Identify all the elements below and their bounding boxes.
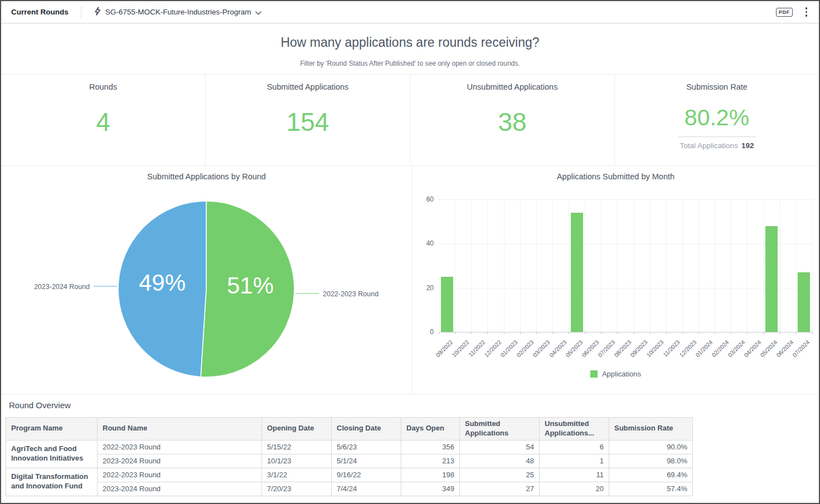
cell-opening-date: 7/20/23 <box>262 482 332 496</box>
round-overview-title: Round Overview <box>9 400 819 410</box>
cell-round-name: 2023-2024 Round <box>98 482 262 496</box>
gridline-vertical <box>812 199 813 332</box>
pie-slice-label: 2022-2023 Round <box>323 290 379 298</box>
column-header-unsubmitted-applications: Unsubmitted Applications... <box>540 418 609 441</box>
x-axis-tick-label: 12/2023 <box>678 339 697 358</box>
x-axis-tick-label: 06/2023 <box>580 339 600 358</box>
x-axis-tick-label: 03/2023 <box>532 339 551 358</box>
cell-submitted-applications: 27 <box>460 482 540 496</box>
x-axis-tick-label: 06/2024 <box>775 339 794 358</box>
x-axis-tick-label: 10/2022 <box>450 339 470 358</box>
more-options-menu-icon[interactable] <box>803 6 811 18</box>
cell-closing-date: 9/16/22 <box>332 468 401 482</box>
gridline-vertical <box>780 199 780 332</box>
pie-slice-label: 2023-2024 Round <box>34 283 90 291</box>
gridline-horizontal <box>439 288 812 288</box>
pie-percent-label: 49% <box>139 270 186 296</box>
x-axis-tick-label: 07/2023 <box>596 339 616 358</box>
gridline-vertical <box>536 199 537 332</box>
program-selector-dropdown[interactable]: SG-6755-MOCK-Future-Industries-Program <box>94 7 261 18</box>
kpi-card-submission-rate: Submission Rate 80.2% Total Applications… <box>614 75 819 165</box>
kpi-label: Submission Rate <box>615 82 819 91</box>
x-axis-line <box>439 332 812 332</box>
cell-days-open: 198 <box>401 468 460 482</box>
cell-unsubmitted-applications: 6 <box>540 440 609 454</box>
kpi-subline: Total Applications192 <box>615 141 819 150</box>
cell-closing-date: 5/1/24 <box>332 454 401 468</box>
x-axis-tick-label: 11/2022 <box>467 339 487 358</box>
cell-submitted-applications: 48 <box>460 454 540 468</box>
kpi-card-unsubmitted-applications: Unsubmitted Applications 38 <box>410 75 614 165</box>
program-selector-label: SG-6755-MOCK-Future-Industries-Program <box>105 8 251 16</box>
gridline-vertical <box>487 199 488 332</box>
cell-opening-date: 5/15/22 <box>262 440 332 454</box>
gridline-vertical <box>504 199 504 332</box>
cell-round-name: 2022-2023 Round <box>98 440 262 454</box>
x-axis-tick-mark <box>812 332 813 334</box>
x-axis-tick-label: 09/2023 <box>629 339 648 358</box>
y-axis-tick-label: 40 <box>426 239 434 247</box>
gridline-vertical <box>617 199 618 332</box>
column-header-round-name: Round Name <box>98 418 262 441</box>
cell-unsubmitted-applications: 20 <box>540 482 609 496</box>
pie-chart: 51%2022-2023 Round49%2023-2024 Round <box>1 166 412 394</box>
gridline-vertical <box>682 199 683 332</box>
column-header-opening-date: Opening Date <box>262 418 332 441</box>
report-header: How many applications are rounds receivi… <box>1 23 819 74</box>
cell-closing-date: 5/6/23 <box>332 440 401 454</box>
gridline-vertical <box>585 199 585 332</box>
x-axis-tick-label: 02/2023 <box>515 339 535 358</box>
gridline-vertical <box>455 199 455 332</box>
table-row: 2023-2024 Round7/20/237/4/24349272057.4% <box>6 482 693 496</box>
cell-round-name: 2022-2023 Round <box>98 468 262 482</box>
gridline-vertical <box>747 199 748 332</box>
dashboard-page: Current Rounds SG-6755-MOCK-Future-Indus… <box>0 0 820 504</box>
column-header-submitted-applications: Submitted Applications <box>460 418 540 441</box>
x-axis-tick-label: 05/2023 <box>564 339 584 358</box>
x-axis-tick-label: 01/2023 <box>499 339 518 358</box>
gridline-vertical <box>520 199 521 332</box>
column-header-days-open: Days Open <box>401 418 460 441</box>
x-axis-tick-label: 01/2024 <box>694 339 714 358</box>
kpi-row: Rounds 4 Submitted Applications 154 Unsu… <box>1 74 819 165</box>
gridline-vertical <box>471 199 472 332</box>
bar-chart-title: Applications Submitted by Month <box>413 172 819 181</box>
kpi-label: Rounds <box>1 82 205 91</box>
page-title-topbar: Current Rounds <box>1 8 81 16</box>
bar-07/2024[interactable] <box>798 272 810 332</box>
charts-row: Submitted Applications by Round 51%2022-… <box>1 165 819 394</box>
chevron-down-icon <box>255 7 261 17</box>
cell-opening-date: 3/1/22 <box>262 468 332 482</box>
table-row: AgriTech and Food Innovation Initiatives… <box>6 440 693 454</box>
kpi-card-submitted-applications: Submitted Applications 154 <box>205 75 410 165</box>
export-pdf-button[interactable]: PDF <box>776 8 793 17</box>
bar-chart-plot-area: 020406009/202210/202211/202212/202201/20… <box>439 199 812 332</box>
bar-chart-panel: Applications Submitted by Month 02040600… <box>412 166 819 394</box>
x-axis-tick-label: 07/2024 <box>792 339 811 358</box>
cell-program-name: Digital Transformation and Innovation Fu… <box>6 468 98 496</box>
gridline-vertical <box>569 199 569 332</box>
bar-05/2024[interactable] <box>765 226 778 332</box>
column-header-program-name: Program Name <box>6 418 98 441</box>
gridline-vertical <box>796 199 797 332</box>
y-axis-tick-label: 0 <box>430 328 434 336</box>
cell-days-open: 213 <box>401 454 460 468</box>
gridline-vertical <box>634 199 634 332</box>
bar-05/2023[interactable] <box>571 213 583 332</box>
table-row: 2023-2024 Round10/1/235/1/2421348198.0% <box>6 454 693 468</box>
gridline-vertical <box>666 199 667 332</box>
cell-submission-rate: 98.0% <box>609 454 693 468</box>
round-overview-table: Program Name Round Name Opening Date Clo… <box>6 417 693 496</box>
bar-09/2022[interactable] <box>441 277 453 332</box>
cell-unsubmitted-applications: 1 <box>540 454 609 468</box>
x-axis-tick-label: 04/2024 <box>743 339 762 358</box>
gridline-vertical <box>552 199 553 332</box>
gridline-vertical <box>764 199 764 332</box>
table-header-row: Program Name Round Name Opening Date Clo… <box>6 418 693 441</box>
cell-submitted-applications: 25 <box>460 468 540 482</box>
x-axis-tick-label: 08/2023 <box>613 339 632 358</box>
kpi-value: 4 <box>1 107 205 137</box>
kpi-label: Submitted Applications <box>206 82 410 91</box>
x-axis-tick-label: 05/2024 <box>759 339 778 358</box>
kpi-value: 80.2% <box>615 105 819 131</box>
